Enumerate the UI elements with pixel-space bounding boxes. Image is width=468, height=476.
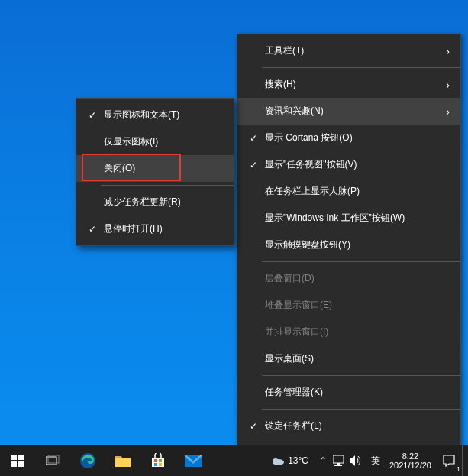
chevron-right-icon: [439, 105, 450, 118]
mainmenu-item-11: 堆叠显示窗口(E): [237, 292, 460, 319]
windows-logo-icon: [11, 455, 24, 467]
mainmenu-item-0[interactable]: 工具栏(T): [237, 37, 460, 64]
mainmenu-divider: [262, 67, 460, 68]
weather-cloud-icon: [271, 455, 285, 466]
submenu-item-label: 仅显示图标(I): [101, 135, 212, 148]
mail-icon: [185, 455, 202, 467]
check-icon: [84, 224, 101, 235]
mainmenu-item-2[interactable]: 搜索(H): [237, 71, 460, 98]
mainmenu-item-3[interactable]: 资讯和兴趣(N): [237, 98, 460, 125]
taskbar-app-mail[interactable]: [176, 445, 211, 476]
svg-rect-15: [337, 463, 340, 465]
submenu-item-0[interactable]: 显示图标和文本(T): [76, 102, 234, 128]
mainmenu-item-label: 并排显示窗口(I): [262, 325, 439, 338]
submenu-divider: [101, 185, 234, 186]
ime-indicator[interactable]: 英: [366, 445, 385, 476]
mainmenu-item-label: 显示触摸键盘按钮(Y): [262, 238, 439, 251]
submenu-item-5[interactable]: 悬停时打开(H): [76, 215, 234, 242]
mainmenu-item-5[interactable]: 显示"任务视图"按钮(V): [237, 151, 460, 178]
mainmenu-divider: [262, 409, 460, 410]
mainmenu-item-8[interactable]: 显示触摸键盘按钮(Y): [237, 232, 460, 258]
taskview-button[interactable]: [35, 445, 70, 476]
mainmenu-item-6[interactable]: 在任务栏上显示人脉(P): [237, 178, 460, 205]
submenu-item-label: 关闭(O): [101, 162, 212, 175]
notification-icon: [443, 455, 455, 467]
taskbar-weather[interactable]: 13°C: [265, 445, 315, 476]
news-interests-submenu: 显示图标和文本(T)仅显示图标(I)关闭(O)减少任务栏更新(R)悬停时打开(H…: [76, 98, 234, 246]
check-icon: [245, 421, 262, 432]
check-icon: [84, 110, 101, 121]
mainmenu-item-15[interactable]: 任务管理器(K): [237, 379, 460, 406]
mainmenu-divider: [262, 375, 460, 376]
svg-rect-3: [18, 461, 24, 467]
svg-rect-2: [11, 461, 17, 467]
ime-text: 英: [371, 455, 380, 468]
svg-rect-10: [159, 463, 162, 466]
start-button[interactable]: [0, 445, 35, 476]
network-icon[interactable]: [333, 455, 344, 466]
check-icon: [245, 160, 262, 170]
taskbar-app-edge[interactable]: [70, 445, 105, 476]
taskbar: 13°C 英 8:22 2021/12/20 1: [0, 445, 468, 476]
taskbar-context-menu: 工具栏(T)搜索(H)资讯和兴趣(N)显示 Cortana 按钮(O)显示"任务…: [237, 34, 461, 470]
taskview-icon: [46, 455, 60, 466]
submenu-item-label: 悬停时打开(H): [101, 222, 212, 235]
weather-temp-text: 13°C: [288, 455, 308, 466]
taskbar-left-group: [0, 445, 211, 476]
mainmenu-item-17[interactable]: 锁定任务栏(L): [237, 413, 460, 439]
svg-rect-16: [334, 465, 342, 466]
svg-rect-7: [154, 459, 157, 462]
svg-rect-14: [333, 455, 344, 463]
submenu-item-1[interactable]: 仅显示图标(I): [76, 128, 234, 155]
mainmenu-item-label: 显示桌面(S): [262, 352, 439, 365]
mainmenu-item-10: 层叠窗口(D): [237, 265, 460, 292]
submenu-item-label: 减少任务栏更新(R): [101, 196, 212, 209]
mainmenu-item-label: 工具栏(T): [262, 44, 439, 57]
mainmenu-divider: [262, 261, 460, 262]
mainmenu-item-label: 任务管理器(K): [262, 386, 439, 399]
svg-rect-0: [11, 455, 17, 460]
action-center-button[interactable]: 1: [436, 445, 462, 476]
svg-rect-9: [154, 463, 157, 466]
svg-rect-8: [159, 459, 162, 462]
mainmenu-item-label: 锁定任务栏(L): [262, 419, 439, 432]
svg-point-13: [273, 458, 279, 465]
mainmenu-item-label: 资讯和兴趣(N): [262, 105, 439, 118]
mainmenu-item-label: 堆叠显示窗口(E): [262, 299, 439, 312]
chevron-right-icon: [439, 45, 450, 57]
mainmenu-item-label: 层叠窗口(D): [262, 272, 439, 285]
mainmenu-item-label: 显示 Cortana 按钮(O): [262, 131, 439, 144]
mainmenu-item-label: 在任务栏上显示人脉(P): [262, 185, 439, 198]
taskbar-app-explorer[interactable]: [105, 445, 140, 476]
system-tray[interactable]: [315, 445, 366, 476]
check-icon: [245, 133, 262, 144]
svg-rect-1: [18, 455, 24, 460]
show-desktop-button[interactable]: [462, 445, 466, 476]
mainmenu-item-label: 搜索(H): [262, 78, 439, 91]
submenu-item-label: 显示图标和文本(T): [101, 108, 212, 121]
mainmenu-item-4[interactable]: 显示 Cortana 按钮(O): [237, 125, 460, 151]
edge-icon: [79, 452, 96, 469]
notification-badge: 1: [457, 465, 460, 473]
taskbar-app-store[interactable]: [140, 445, 176, 476]
store-icon: [150, 453, 166, 468]
mainmenu-item-7[interactable]: 显示"Windows Ink 工作区"按钮(W): [237, 205, 460, 232]
mainmenu-item-13[interactable]: 显示桌面(S): [237, 345, 460, 372]
folder-icon: [115, 455, 131, 467]
volume-icon[interactable]: [350, 455, 362, 466]
tray-overflow-icon[interactable]: [319, 455, 327, 466]
taskbar-clock[interactable]: 8:22 2021/12/20: [385, 445, 436, 476]
mainmenu-item-label: 显示"任务视图"按钮(V): [262, 158, 439, 171]
mainmenu-item-label: 显示"Windows Ink 工作区"按钮(W): [262, 212, 439, 225]
submenu-item-2[interactable]: 关闭(O): [76, 155, 234, 182]
submenu-item-4[interactable]: 减少任务栏更新(R): [76, 189, 234, 215]
clock-time: 8:22: [389, 452, 431, 461]
chevron-right-icon: [439, 79, 450, 91]
taskbar-right-group: 13°C 英 8:22 2021/12/20 1: [265, 445, 468, 476]
mainmenu-item-12: 并排显示窗口(I): [237, 319, 460, 345]
clock-date: 2021/12/20: [389, 461, 431, 470]
